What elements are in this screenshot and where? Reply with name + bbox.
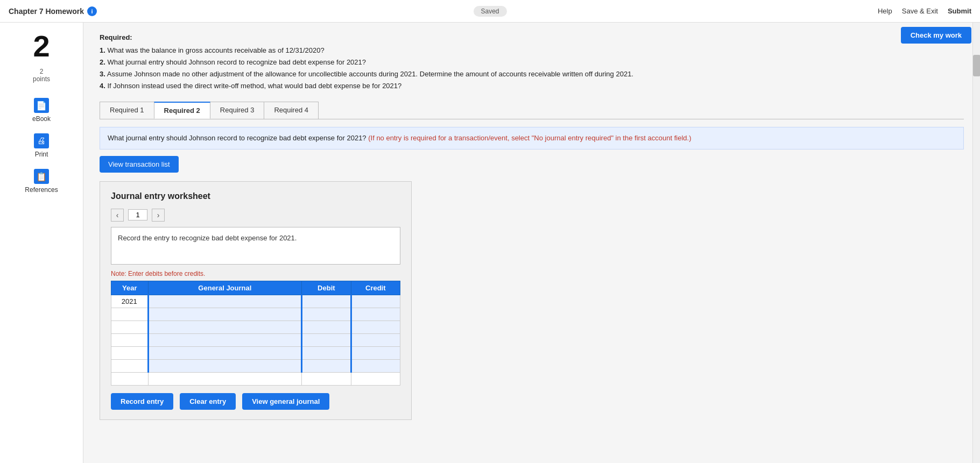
header-credit: Credit [351, 281, 400, 295]
journal-cell-6[interactable] [148, 359, 302, 372]
topbar: Chapter 7 Homework i Saved Help Save & E… [0, 0, 980, 23]
debit-cell-2[interactable] [302, 308, 351, 320]
year-cell-7 [111, 372, 149, 385]
journal-cell-3[interactable] [148, 320, 302, 333]
main-layout: 2 2 points 📄 eBook 🖨 Print 📋 References … [0, 23, 980, 463]
credit-cell-3[interactable] [351, 320, 400, 333]
debit-input-6[interactable] [306, 362, 347, 370]
instruction-main-text: What journal entry should Johnson record… [108, 134, 366, 142]
worksheet-container: Journal entry worksheet ‹ › Record the e… [100, 181, 412, 420]
credit-cell-5[interactable] [351, 346, 400, 359]
year-cell-1: 2021 [111, 295, 149, 308]
journal-input-3[interactable] [152, 323, 298, 331]
credit-cell-6[interactable] [351, 359, 400, 372]
tab-required-3[interactable]: Required 3 [210, 102, 265, 119]
debit-input-3[interactable] [306, 323, 347, 331]
save-exit-link[interactable]: Save & Exit [902, 7, 938, 15]
journal-cell-1[interactable] [148, 295, 302, 308]
print-button[interactable]: 🖨 Print [0, 130, 83, 161]
action-buttons: Record entry Clear entry View general jo… [111, 393, 400, 410]
print-label: Print [35, 151, 48, 158]
journal-cell-2[interactable] [148, 308, 302, 320]
credit-input-4[interactable] [355, 336, 397, 344]
journal-input-6[interactable] [152, 362, 298, 370]
question-number: 2 [33, 31, 50, 61]
debit-input-5[interactable] [306, 349, 347, 357]
chapter-title: Chapter 7 Homework [9, 7, 84, 16]
content-area: Required: 1. What was the balance in gro… [83, 23, 980, 463]
question-item-4: 4. If Johnson instead used the direct wr… [100, 80, 964, 92]
question-item-3: 3. Assume Johnson made no other adjustme… [100, 68, 964, 80]
next-page-button[interactable]: › [152, 209, 165, 222]
view-general-journal-button[interactable]: View general journal [242, 393, 329, 410]
debit-cell-empty-7 [302, 372, 351, 385]
page-number-input[interactable] [128, 209, 147, 220]
topbar-title: Chapter 7 Homework i [9, 6, 97, 16]
table-row [111, 333, 400, 346]
debit-cell-1[interactable] [302, 295, 351, 308]
journal-input-5[interactable] [152, 349, 298, 357]
debit-cell-5[interactable] [302, 346, 351, 359]
submit-link[interactable]: Submit [948, 7, 971, 15]
clear-entry-button[interactable]: Clear entry [180, 393, 236, 410]
debit-input-4[interactable] [306, 336, 347, 344]
debit-input-1[interactable] [306, 297, 347, 305]
record-entry-button[interactable]: Record entry [111, 393, 173, 410]
debit-cell-4[interactable] [302, 333, 351, 346]
references-button[interactable]: 📋 References [0, 166, 83, 197]
worksheet-title: Journal entry worksheet [111, 191, 400, 201]
instruction-box: What journal entry should Johnson record… [100, 127, 964, 149]
saved-badge: Saved [473, 6, 506, 17]
right-scrollbar[interactable] [972, 23, 980, 463]
credit-input-5[interactable] [355, 349, 397, 357]
view-transaction-list-button[interactable]: View transaction list [100, 156, 179, 173]
debit-input-2[interactable] [306, 310, 347, 318]
question-list: 1. What was the balance in gross account… [100, 45, 964, 92]
references-label: References [25, 186, 58, 194]
ebook-label: eBook [32, 115, 51, 123]
debit-cell-3[interactable] [302, 320, 351, 333]
journal-input-2[interactable] [152, 310, 298, 318]
tabs: Required 1 Required 2 Required 3 Require… [100, 102, 964, 119]
note-text: Note: Enter debits before credits. [111, 270, 400, 277]
credit-cell-empty-7 [351, 372, 400, 385]
table-row [111, 320, 400, 333]
journal-cell-empty-7 [148, 372, 302, 385]
table-row: 2021 [111, 295, 400, 308]
year-cell-6 [111, 359, 149, 372]
header-year: Year [111, 281, 149, 295]
entry-description: Record the entry to recognize bad debt e… [111, 227, 400, 265]
credit-input-6[interactable] [355, 362, 397, 370]
help-link[interactable]: Help [878, 7, 892, 15]
credit-input-3[interactable] [355, 323, 397, 331]
sidebar: 2 2 points 📄 eBook 🖨 Print 📋 References [0, 23, 83, 463]
credit-input-1[interactable] [355, 297, 397, 305]
credit-cell-4[interactable] [351, 333, 400, 346]
required-label: Required: [100, 33, 964, 41]
question-item-1: 1. What was the balance in gross account… [100, 45, 964, 56]
prev-page-button[interactable]: ‹ [111, 209, 124, 222]
journal-cell-4[interactable] [148, 333, 302, 346]
credit-cell-1[interactable] [351, 295, 400, 308]
scrollbar-thumb[interactable] [973, 55, 980, 76]
points-value: 2 [40, 68, 44, 75]
table-row [111, 359, 400, 372]
page-nav: ‹ › [111, 209, 400, 222]
instruction-red-note: (If no entry is required for a transacti… [368, 134, 691, 142]
tab-required-4[interactable]: Required 4 [264, 102, 319, 119]
journal-input-1[interactable] [152, 297, 298, 305]
ebook-button[interactable]: 📄 eBook [0, 95, 83, 126]
year-cell-5 [111, 346, 149, 359]
print-icon: 🖨 [34, 133, 49, 148]
credit-cell-2[interactable] [351, 308, 400, 320]
year-cell-3 [111, 320, 149, 333]
journal-cell-5[interactable] [148, 346, 302, 359]
info-icon[interactable]: i [87, 6, 97, 16]
tab-required-1[interactable]: Required 1 [100, 102, 154, 119]
journal-input-4[interactable] [152, 336, 298, 344]
table-row [111, 308, 400, 320]
debit-cell-6[interactable] [302, 359, 351, 372]
question-item-2: 2. What journal entry should Johnson rec… [100, 56, 964, 68]
tab-required-2[interactable]: Required 2 [154, 102, 210, 119]
credit-input-2[interactable] [355, 310, 397, 318]
